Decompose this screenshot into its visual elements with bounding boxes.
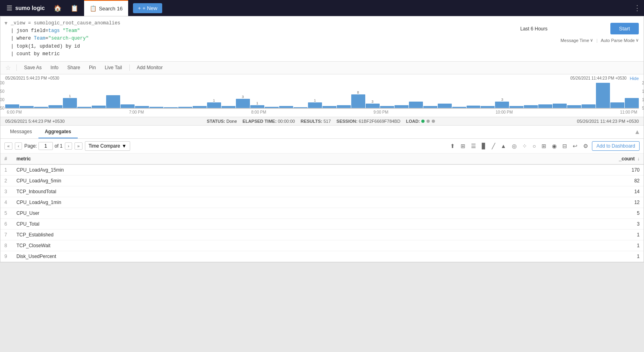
recents-button[interactable]: 📋 [67, 3, 82, 14]
new-button[interactable]: + + New [133, 3, 162, 13]
tab-icon: 📋 [90, 5, 97, 12]
save-as-button[interactable]: Save As [22, 64, 43, 71]
chart-bar-wrapper [265, 81, 279, 108]
share-button[interactable]: Share [66, 64, 82, 71]
logo-text: sumo logic [15, 5, 45, 11]
chart-bar-wrapper [582, 81, 596, 108]
main-container: ▼ _view = sumologic_root_cause_anomalies… [0, 16, 644, 262]
table-view-button[interactable]: ⊟ [560, 142, 569, 150]
table-row[interactable]: 6 CPU_Total 3 [0, 218, 644, 229]
chart-bar [279, 106, 293, 108]
next-page-button[interactable]: › [65, 142, 72, 150]
results-tabs-left: Messages Aggregates [4, 126, 78, 138]
search-tab[interactable]: 📋 Search 16 [84, 0, 128, 16]
new-label: + New [143, 5, 157, 11]
table-row[interactable]: 3 TCP_InboundTotal 14 [0, 186, 644, 197]
chart-bar-wrapper [48, 81, 62, 108]
live-tail-button[interactable]: Live Tail [103, 64, 123, 71]
page-input[interactable] [38, 142, 53, 150]
query-line-4: | topk(1, updated) by id [11, 43, 515, 50]
chart-bar [394, 105, 409, 108]
chart-bar [553, 104, 567, 108]
query-line-2: | json field=tags "Team" [11, 27, 515, 35]
tab-messages[interactable]: Messages [4, 126, 38, 138]
chart-bar [596, 83, 610, 108]
chart-bar-wrapper [279, 81, 293, 108]
chart-bar-wrapper [337, 81, 351, 108]
pivot-button[interactable]: ↩ [571, 142, 580, 150]
cell-num: 1 [0, 164, 12, 176]
star-button[interactable]: ☆ [5, 64, 11, 72]
load-dot-gray-2 [432, 120, 435, 123]
hamburger-icon[interactable]: ☰ [6, 4, 12, 12]
chart-bar [481, 106, 495, 108]
chart-bar [438, 104, 452, 108]
table-row[interactable]: 9 Disk_UsedPercent 1 [0, 251, 644, 262]
status-left-time: 05/26/2021 5:44:23 PM +0530 [5, 119, 64, 124]
chart-bar [77, 107, 91, 108]
start-button[interactable]: Start [610, 23, 639, 34]
col-header-metric[interactable]: metric [12, 154, 429, 164]
cell-metric: Disk_UsedPercent [12, 251, 429, 262]
time-compare-button[interactable]: Time Compare ▼ [85, 141, 130, 151]
col-header-count[interactable]: _count ↓ [429, 154, 644, 164]
page-label: Page: [24, 143, 37, 149]
query-text[interactable]: _view = sumologic_root_cause_anomalies |… [11, 20, 515, 58]
pin-button[interactable]: Pin [87, 64, 97, 71]
chart-bar-wrapper [452, 81, 466, 108]
bar-chart-button[interactable]: ▊ [480, 142, 488, 150]
query-line-3: | where Team="search-query" [11, 35, 515, 42]
auto-parse-dropdown[interactable]: Auto Parse Mode ∨ [601, 38, 639, 43]
table-row[interactable]: 8 TCP_CloseWait 1 [0, 240, 644, 251]
chart-bar [178, 107, 192, 108]
chart-bar-wrapper [625, 81, 639, 108]
info-button[interactable]: Info [49, 64, 60, 71]
last-page-button[interactable]: » [74, 142, 83, 150]
search-toolbar: ☆ Save As Info Share Pin Live Tail Add M… [0, 62, 644, 74]
bubble-chart-button[interactable]: ○ [531, 142, 538, 150]
col-header-num: # [0, 154, 12, 164]
message-time-dropdown[interactable]: Message Time ∨ [561, 38, 594, 43]
nav-right-icon[interactable]: ⋮ [634, 4, 641, 12]
table-row[interactable]: 1 CPU_LoadAvg_15min 170 [0, 164, 644, 176]
line-chart-button[interactable]: ╱ [490, 142, 497, 150]
table-row[interactable]: 2 CPU_LoadAvg_5min 82 [0, 175, 644, 186]
elapsed-label: ELAPSED TIME: 00:00:00 [243, 119, 295, 124]
cell-count: 170 [429, 164, 644, 176]
pie-chart-button[interactable]: ◎ [510, 142, 519, 150]
chart-bars: 11311833 [5, 81, 639, 109]
settings-button[interactable]: ⚙ [581, 142, 590, 150]
map-chart-button[interactable]: ◉ [550, 142, 559, 150]
export-button[interactable]: ⬆ [448, 142, 457, 150]
scroll-up-icon[interactable]: ▲ [634, 128, 640, 136]
hide-button[interactable]: Hide [630, 76, 639, 81]
area-chart-button[interactable]: ▲ [499, 142, 508, 150]
filter-button[interactable]: ☰ [469, 142, 478, 150]
chart-bar [423, 106, 437, 108]
collapse-icon[interactable]: ▼ [4, 20, 8, 26]
add-monitor-button[interactable]: Add Monitor [135, 64, 165, 71]
combo-chart-button[interactable]: ⊞ [539, 142, 548, 150]
cell-metric: CPU_LoadAvg_1min [12, 197, 429, 208]
first-page-button[interactable]: « [4, 142, 12, 150]
prev-page-button[interactable]: ‹ [15, 142, 22, 150]
table-row[interactable]: 5 CPU_User 5 [0, 208, 644, 218]
chart-bar-wrapper [5, 81, 19, 108]
scatter-chart-button[interactable]: ⁘ [520, 142, 529, 150]
tab-aggregates[interactable]: Aggregates [38, 126, 78, 138]
table-header-row: # metric _count ↓ [0, 154, 644, 164]
table-row[interactable]: 7 TCP_Established 1 [0, 229, 644, 240]
table-toolbar-left: « ‹ Page: of 1 › » Time Compare ▼ [4, 141, 130, 151]
results-area: Messages Aggregates ▲ « ‹ Page: of 1 › » [0, 126, 644, 262]
y-axis-right: 200 150 100 50 [642, 81, 644, 110]
toolbar-separator-2 [129, 64, 130, 71]
table-row[interactable]: 4 CPU_LoadAvg_1min 12 [0, 197, 644, 208]
chart-bar-wrapper [294, 81, 308, 108]
column-chooser-button[interactable]: ⊞ [459, 142, 467, 150]
add-to-dashboard-button[interactable]: Add to Dashboard [592, 141, 640, 151]
top-nav: ☰ sumo logic 🏠 📋 📋 Search 16 + + New ⋮ [0, 0, 644, 16]
status-label: STATUS: Done [207, 119, 237, 124]
home-button[interactable]: 🏠 [50, 3, 65, 14]
cell-metric: CPU_LoadAvg_15min [12, 164, 429, 176]
chart-bar [351, 94, 365, 108]
